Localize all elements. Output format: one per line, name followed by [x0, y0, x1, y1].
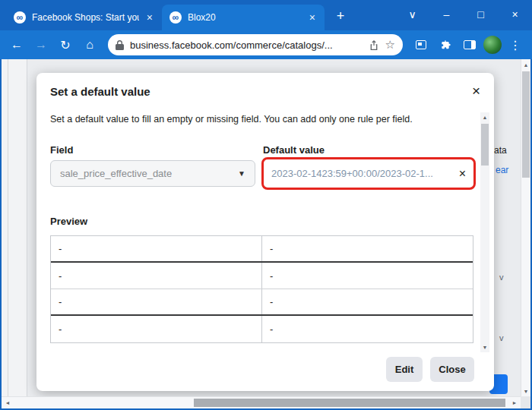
meta-logo-icon: ∞ — [14, 11, 26, 24]
background-panel-edge — [2, 59, 27, 396]
default-value-label: Default value — [263, 144, 325, 156]
share-icon[interactable] — [369, 39, 379, 50]
preview-table: - - - - - - - - — [50, 235, 473, 343]
tab-search-chevron-icon[interactable]: ∨ — [395, 0, 429, 29]
meta-logo-icon: ∞ — [169, 11, 182, 24]
clear-input-icon[interactable]: × — [459, 168, 466, 180]
tab-title: Facebook Shops: Start your — [32, 12, 139, 23]
forward-button[interactable]: → — [30, 34, 52, 55]
vertical-scrollbar[interactable]: ▲ ▼ — [521, 59, 530, 396]
table-cell: - — [51, 236, 262, 261]
table-cell: - — [262, 316, 473, 342]
squares-icon — [416, 40, 426, 49]
reload-button[interactable]: ↻ — [55, 34, 76, 55]
url-text: business.facebook.com/commerce/catalogs/… — [130, 39, 363, 51]
profile-avatar[interactable] — [483, 36, 502, 54]
dialog-scrollbar[interactable]: ▲ ▼ — [480, 112, 489, 352]
dialog-description: Set a default value to fill an empty or … — [50, 114, 464, 125]
default-value-input[interactable]: 2023-02-1423:59+00:00/2023-02-1... × — [261, 157, 476, 190]
set-default-value-dialog: Set a default value × Set a default valu… — [36, 73, 494, 391]
tab-strip: ∞ Facebook Shops: Start your × ∞ Blox20 … — [0, 5, 352, 30]
horizontal-scrollbar-thumb[interactable] — [194, 399, 505, 407]
home-button[interactable]: ⌂ — [79, 34, 100, 55]
table-cell: - — [262, 236, 473, 261]
browser-toolbar: ← → ↻ ⌂ business.facebook.com/commerce/c… — [0, 30, 532, 59]
table-row: - - — [51, 263, 473, 289]
side-panel-icon — [464, 40, 476, 49]
chevron-down-icon: ▼ — [238, 169, 245, 178]
scrollbar-corner — [521, 396, 530, 408]
dialog-scrollbar-thumb[interactable] — [481, 124, 489, 166]
address-bar[interactable]: business.facebook.com/commerce/catalogs/… — [108, 34, 403, 55]
tab-close-icon[interactable]: × — [308, 11, 317, 24]
page-content: ata ear v v Set a default value × Set a … — [2, 59, 530, 408]
table-cell: - — [51, 289, 262, 314]
dialog-title: Set a default value — [50, 85, 150, 98]
tab-facebook-shops[interactable]: ∞ Facebook Shops: Start your × — [6, 5, 162, 30]
table-cell: - — [51, 263, 262, 289]
maximize-button[interactable]: □ — [464, 0, 498, 29]
scroll-up-icon[interactable]: ▲ — [480, 112, 489, 122]
puzzle-icon — [439, 39, 451, 51]
extensions-button[interactable] — [435, 34, 456, 55]
horizontal-scrollbar[interactable]: ◄ ► — [2, 396, 521, 408]
bookmark-star-icon[interactable]: ☆ — [385, 38, 395, 52]
background-chevron-icon: v — [499, 273, 504, 282]
new-tab-button[interactable]: + — [329, 5, 352, 27]
preview-label: Preview — [50, 216, 87, 227]
minimize-button[interactable]: – — [429, 0, 464, 29]
tab-close-icon[interactable]: × — [145, 11, 154, 24]
scroll-down-icon[interactable]: ▼ — [521, 386, 530, 396]
window-close-button[interactable]: × — [498, 0, 532, 29]
scroll-left-icon[interactable]: ◄ — [2, 397, 14, 408]
background-text-fragment: ata — [494, 145, 507, 156]
tab-groups-button[interactable] — [410, 34, 432, 55]
window-controls: ∨ – □ × — [395, 0, 532, 30]
field-dropdown-value: sale_price_effective_date — [60, 168, 238, 179]
titlebar: ∞ Facebook Shops: Start your × ∞ Blox20 … — [0, 0, 532, 30]
field-label: Field — [50, 144, 73, 156]
vertical-scrollbar-thumb[interactable] — [522, 71, 530, 178]
table-cell: - — [262, 263, 473, 289]
scroll-up-icon[interactable]: ▲ — [521, 59, 530, 70]
lock-icon — [116, 40, 124, 50]
tab-blox20[interactable]: ∞ Blox20 × — [162, 5, 325, 30]
field-dropdown[interactable]: sale_price_effective_date ▼ — [50, 160, 255, 187]
edit-button[interactable]: Edit — [386, 357, 423, 382]
browser-menu-button[interactable]: ⋮ — [505, 34, 526, 55]
side-panel-button[interactable] — [459, 34, 480, 55]
tab-title: Blox20 — [188, 12, 302, 23]
table-row: - - — [51, 316, 473, 342]
scroll-down-icon[interactable]: ▼ — [480, 342, 489, 352]
table-row: - - — [51, 289, 473, 316]
table-cell: - — [262, 289, 473, 314]
table-row: - - — [51, 236, 473, 263]
dialog-close-icon[interactable]: × — [472, 84, 480, 98]
back-button[interactable]: ← — [6, 34, 27, 55]
default-value-text: 2023-02-1423:59+00:00/2023-02-1... — [271, 168, 453, 179]
background-chevron-icon: v — [499, 333, 504, 342]
close-button[interactable]: Close — [430, 357, 474, 382]
table-cell: - — [51, 316, 262, 342]
scroll-right-icon[interactable]: ► — [508, 397, 521, 408]
background-clear-link-fragment: ear — [496, 165, 508, 175]
browser-window: ∞ Facebook Shops: Start your × ∞ Blox20 … — [0, 0, 532, 410]
